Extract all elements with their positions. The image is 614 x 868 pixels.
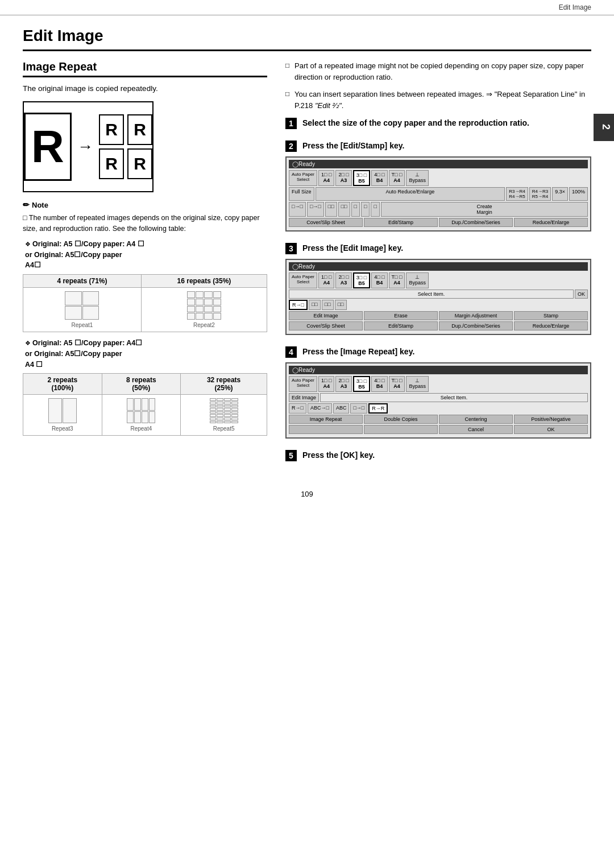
table1-cell-1: Repeat1 <box>23 288 142 332</box>
grid-icon-btn-3[interactable]: □□ <box>335 300 347 310</box>
chapter-tab: 2 <box>594 114 614 141</box>
cover-slip-btn[interactable]: Cover/Slip Sheet <box>289 218 363 227</box>
screen-2-footer: Cover/Slip Sheet Edit/Stamp Dup./Combine… <box>289 321 588 330</box>
spacer-2 <box>364 425 438 434</box>
screen-mockup-2: ◯Ready Auto PaperSelect 1□ □A4 2□ □A3 3□… <box>285 259 591 335</box>
paper-a3-btn-3[interactable]: 2□ □A3 <box>335 376 351 392</box>
icon-btn-7[interactable]: □ <box>371 202 379 217</box>
paper-a3-btn[interactable]: 2□ □A3 <box>335 170 351 186</box>
bypass-btn-2[interactable]: ⊥Bypass <box>406 272 429 288</box>
erase-btn[interactable]: Erase <box>364 311 438 320</box>
grid-cell <box>65 306 82 320</box>
grid-icon-btn-1[interactable]: □□ <box>309 300 321 310</box>
paper-a4-btn[interactable]: 1□ □A4 <box>318 170 334 186</box>
abc-btn[interactable]: ABC→□ <box>308 403 332 414</box>
repeat-table-2: 2 repeats (100%) 8 repeats (50%) 32 repe… <box>23 373 267 436</box>
centering-btn[interactable]: Centering <box>439 415 513 424</box>
r4r3-btn[interactable]: R4→R3R5→R4 <box>529 187 551 201</box>
auto-paper-btn-3[interactable]: Auto PaperSelect <box>289 376 317 392</box>
pos-neg-btn[interactable]: Positive/Negative <box>514 415 588 424</box>
paper-a3-btn-2[interactable]: 2□ □A3 <box>335 272 351 288</box>
icon-btn-1[interactable]: □→□ <box>289 202 306 217</box>
create-margin-btn[interactable]: CreateMargin <box>381 202 588 217</box>
auto-reduce-btn[interactable]: Auto Reduce/Enlarge <box>316 187 505 201</box>
step-5: 5 Press the [OK] key. <box>285 450 591 461</box>
100pct-btn[interactable]: 100% <box>569 187 588 201</box>
table1-col2-header: 16 repeats (35%) <box>141 275 267 288</box>
paper-b4-btn-2[interactable]: 4□ □B4 <box>371 272 387 288</box>
grid-cell <box>196 306 204 313</box>
auto-paper-btn[interactable]: Auto PaperSelect <box>289 170 317 186</box>
screen-3-row-4: Image Repeat Double Copies Centering Pos… <box>289 415 588 424</box>
box-arrow-btn[interactable]: □→□ <box>350 403 367 414</box>
step-5-title: 5 Press the [OK] key. <box>285 450 591 461</box>
margin-adj-btn[interactable]: Margin Adjustment <box>439 311 513 320</box>
icon-btn-6[interactable]: □ <box>361 202 370 217</box>
table1-cell-2: Repeat2 <box>141 288 267 332</box>
step-4: 4 Press the [Image Repeat] key. ◯Ready A… <box>285 346 591 439</box>
paper-b4-btn[interactable]: 4□ □B4 <box>371 170 387 186</box>
cover-slip-btn-2[interactable]: Cover/Slip Sheet <box>289 321 363 330</box>
paper-b5-btn-3[interactable]: 3□ □B5 <box>353 376 370 392</box>
zoom-btn[interactable]: 9.3× <box>552 187 568 201</box>
stamp-btn[interactable]: Stamp <box>514 311 588 320</box>
select-item-label: Select Item. <box>289 290 574 299</box>
edit-image-btn[interactable]: Edit Image <box>289 311 363 320</box>
repeat-label-5: Repeat5 <box>185 425 262 432</box>
edit-stamp-btn-2[interactable]: Edit/Stamp <box>364 321 438 330</box>
r3r4-btn[interactable]: R3→R4R4→R5 <box>506 187 528 201</box>
image-repeat-btn[interactable]: Image Repeat <box>289 415 363 424</box>
ok-btn-2[interactable]: OK <box>575 290 588 299</box>
repeat-label-2: Repeat2 <box>146 322 262 328</box>
icon-btn-2[interactable]: □→□ <box>307 202 324 217</box>
dup-combine-btn-2[interactable]: Dup./Combine/Series <box>439 321 513 330</box>
table1-col1-header: 4 repeats (71%) <box>23 275 142 288</box>
full-size-btn[interactable]: Full Size <box>289 187 314 201</box>
icon-btn-3[interactable]: □□ <box>325 202 337 217</box>
abc-box-btn[interactable]: ABC <box>333 403 350 414</box>
icon-btn-4[interactable]: □□ <box>338 202 350 217</box>
paper-a4-btn-3[interactable]: 1□ □A4 <box>318 376 334 392</box>
paper-b5-btn[interactable]: 3□ □B5 <box>353 170 370 186</box>
bypass-btn-3[interactable]: ⊥Bypass <box>406 376 429 392</box>
paper-t-btn-3[interactable]: T□ □A4 <box>389 376 405 392</box>
step-2: 2 Press the [Edit/Stamp] key. ◯Ready Aut… <box>285 140 591 232</box>
right-column: Part of a repeated image might not be co… <box>285 60 591 473</box>
double-copies-btn[interactable]: Double Copies <box>364 415 438 424</box>
paper-a4-btn-2[interactable]: 1□ □A4 <box>318 272 334 288</box>
r-r-btn[interactable]: R→R <box>368 403 388 414</box>
reduce-enlarge-btn[interactable]: Reduce/Enlarge <box>514 218 588 227</box>
cancel-btn[interactable]: Cancel <box>439 425 513 434</box>
step-num-2: 2 <box>285 140 297 152</box>
grid-cell <box>187 299 195 305</box>
page-number: 109 <box>23 490 591 498</box>
screen-2-row-4: Edit Image Erase Margin Adjustment Stamp <box>289 311 588 320</box>
grid-cell <box>213 291 221 298</box>
screen-2-status: ◯Ready <box>289 262 588 271</box>
paper-b4-btn-3[interactable]: 4□ □B4 <box>371 376 387 392</box>
edit-stamp-btn[interactable]: Edit/Stamp <box>364 218 438 227</box>
dup-combine-btn[interactable]: Dup./Combine/Series <box>439 218 513 227</box>
grid-cell <box>196 313 204 320</box>
grid-cell <box>65 291 82 305</box>
table2-cell-2: Repeat4 <box>102 395 181 436</box>
grid-icon-btn-2[interactable]: □□ <box>322 300 334 310</box>
table2-col3-header: 32 repeats (25%) <box>181 374 267 395</box>
screen-3-row-2: Edit Image Select Item. <box>289 393 588 402</box>
bypass-btn[interactable]: ⊥Bypass <box>406 170 429 186</box>
note-item-1: □ The number of repeated images depends … <box>23 213 267 234</box>
bullet-1: Original: A5 ☐/Copy paper: A4 ☐ or Origi… <box>23 239 267 271</box>
paper-b5-btn-2[interactable]: 3□ □B5 <box>353 272 370 288</box>
repeat-r-1: R <box>99 114 124 145</box>
r-arrow-btn[interactable]: R→□ <box>289 403 306 414</box>
paper-t-btn[interactable]: T□ □A4 <box>389 170 405 186</box>
screen-3-row-3: R→□ ABC→□ ABC □→□ R→R <box>289 403 588 414</box>
grid-4x8 <box>210 398 238 423</box>
reduce-enlarge-btn-2[interactable]: Reduce/Enlarge <box>514 321 588 330</box>
table2-cell-3: Repeat5 <box>181 395 267 436</box>
icon-btn-5[interactable]: □ <box>351 202 360 217</box>
paper-t-btn-2[interactable]: T□ □A4 <box>389 272 405 288</box>
auto-paper-btn-2[interactable]: Auto PaperSelect <box>289 272 317 288</box>
ok-btn-3[interactable]: OK <box>514 425 588 434</box>
r-icon-btn[interactable]: R→□ <box>289 300 308 310</box>
